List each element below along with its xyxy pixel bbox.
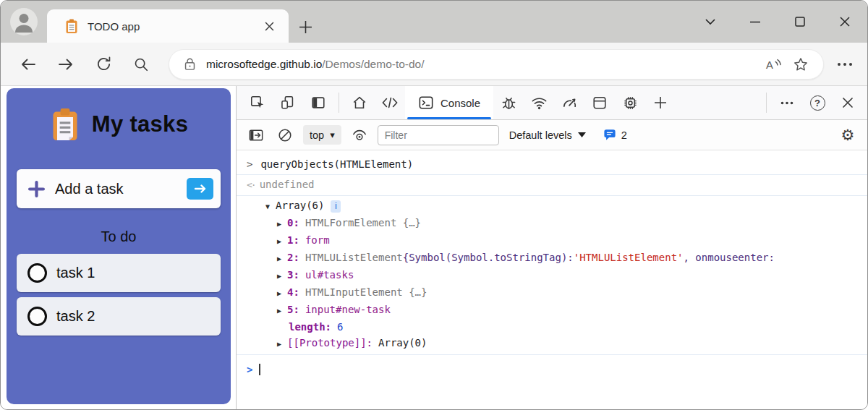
welcome-home-icon[interactable] [344, 86, 375, 119]
item-preview: HTMLInputElement {…} [305, 284, 427, 300]
refresh-button[interactable] [88, 50, 119, 79]
task-row[interactable]: task 1 [17, 254, 221, 292]
url-path: /Demos/demo-to-do/ [322, 58, 424, 70]
task-checkbox[interactable] [27, 263, 47, 283]
back-button[interactable] [12, 50, 44, 79]
search-icon[interactable] [125, 50, 157, 79]
item-key: 0: [287, 215, 299, 231]
maximize-button[interactable] [778, 1, 822, 43]
log-levels-dropdown[interactable]: Default levels [509, 129, 586, 141]
add-task-submit-button[interactable] [187, 178, 213, 200]
item-key: 3: [287, 267, 299, 283]
performance-gauge-icon[interactable] [554, 86, 584, 119]
todo-app-panel: My tasks Add a task To do [7, 88, 231, 404]
disclosure-closed-icon[interactable] [277, 234, 281, 249]
array-item-row[interactable]: 3: ul#tasks [237, 267, 867, 284]
array-item-row[interactable]: 5: input#new-task [237, 302, 867, 319]
prototype-row[interactable]: [[Prototype]]: Array(0) [237, 335, 867, 352]
address-bar[interactable]: microsoftedge.github.io/Demos/demo-to-do… [169, 49, 824, 80]
issues-bug-icon[interactable] [493, 86, 524, 119]
disclosure-closed-icon[interactable] [277, 303, 281, 319]
disclosure-closed-icon[interactable] [277, 268, 281, 284]
customize-devtools-dots-icon[interactable] [772, 86, 802, 119]
memory-chip-icon[interactable] [615, 86, 645, 119]
item-node: form [305, 232, 330, 248]
console-terminal-icon [418, 95, 434, 110]
console-sidebar-toggle-icon[interactable] [245, 124, 267, 146]
new-tab-button[interactable] [294, 17, 316, 37]
lock-icon[interactable] [184, 57, 196, 71]
console-filter-input[interactable] [378, 125, 499, 145]
application-icon[interactable] [584, 86, 615, 119]
array-title: Array(6) [276, 197, 324, 213]
device-emulation-icon[interactable] [273, 86, 303, 119]
array-item-row[interactable]: 2: HTMLUListElement {Symbol(Symbol.toStr… [237, 249, 867, 267]
item-node: input#new-task [305, 302, 391, 317]
close-devtools-icon[interactable] [833, 86, 863, 119]
console-prompt[interactable] [237, 355, 867, 377]
task-checkbox[interactable] [27, 307, 47, 326]
context-label: top [310, 129, 324, 141]
disclosure-open-icon[interactable] [265, 199, 270, 215]
add-task-label: Add a task [55, 181, 187, 197]
tab-close-icon[interactable] [260, 17, 278, 35]
live-expression-eye-icon[interactable] [349, 124, 370, 146]
text-cursor [259, 364, 260, 375]
inspect-element-icon[interactable] [242, 86, 273, 119]
window-content: My tasks Add a task To do [1, 86, 867, 409]
levels-label: Default levels [509, 129, 572, 141]
array-item-row[interactable]: 1: form [237, 232, 867, 249]
more-tools-plus-icon[interactable] [645, 86, 676, 119]
minimize-button[interactable] [733, 1, 778, 43]
disclosure-closed-icon[interactable] [277, 286, 281, 302]
result-value: undefined [260, 176, 315, 192]
message-count-value: 2 [621, 129, 627, 141]
browser-window: TODO app [0, 0, 868, 410]
help-icon[interactable] [802, 86, 833, 119]
app-header: My tasks [7, 107, 231, 142]
browser-toolbar: microsoftedge.github.io/Demos/demo-to-do… [1, 43, 867, 86]
array-item-row[interactable]: 4: HTMLInputElement {…} [237, 284, 867, 302]
item-key: 1: [287, 232, 299, 248]
disclosure-closed-icon[interactable] [277, 251, 281, 267]
titlebar: TODO app [1, 1, 867, 43]
item-node: ul#tasks [305, 267, 354, 283]
tab-title: TODO app [88, 20, 260, 33]
task-label: task 2 [56, 308, 95, 325]
disclosure-closed-icon[interactable] [277, 216, 281, 232]
console-output[interactable]: queryObjects(HTMLElement) undefined Arra… [237, 150, 867, 409]
favorites-star-icon[interactable] [787, 52, 814, 77]
console-message-count[interactable]: 2 [603, 129, 627, 141]
tab-console[interactable]: Console [405, 86, 493, 119]
task-row[interactable]: task 2 [17, 297, 221, 336]
profile-avatar[interactable] [10, 8, 38, 35]
item-preview: , onmouseenter: [683, 249, 774, 265]
browser-menu-dots-icon[interactable] [828, 50, 861, 79]
tab-search-chevron-icon[interactable] [688, 1, 733, 43]
add-task-field[interactable]: Add a task [17, 169, 221, 208]
array-header-row[interactable]: Array(6) i [237, 197, 867, 215]
length-value: 6 [337, 319, 343, 335]
array-item-row[interactable]: 0: HTMLFormElement {…} [237, 215, 867, 232]
info-badge[interactable]: i [331, 200, 341, 213]
browser-tab[interactable]: TODO app [47, 9, 289, 43]
dock-side-icon[interactable] [303, 86, 333, 119]
read-aloud-icon[interactable]: A [760, 52, 787, 77]
devtools-right-controls [761, 86, 867, 119]
disclosure-closed-icon[interactable] [277, 336, 281, 352]
close-window-button[interactable] [822, 1, 867, 43]
url-host: microsoftedge.github.io [206, 58, 322, 70]
item-key: 4: [287, 284, 299, 300]
length-key: length: [289, 319, 331, 335]
todo-section-title: To do [7, 229, 231, 245]
clear-console-icon[interactable] [274, 124, 296, 146]
messages-bubble-icon [603, 129, 616, 141]
console-settings-gear-icon[interactable] [837, 124, 859, 146]
forward-button[interactable] [50, 50, 82, 79]
item-class: HTMLUListElement [305, 249, 403, 265]
javascript-context-dropdown[interactable]: top [303, 125, 341, 145]
item-preview: HTMLFormElement {…} [305, 215, 421, 231]
console-array-entry: Array(6) i 0: HTMLFormElement {…} 1: for… [237, 196, 867, 355]
elements-code-icon[interactable] [375, 86, 405, 119]
network-wifi-icon[interactable] [524, 86, 554, 119]
